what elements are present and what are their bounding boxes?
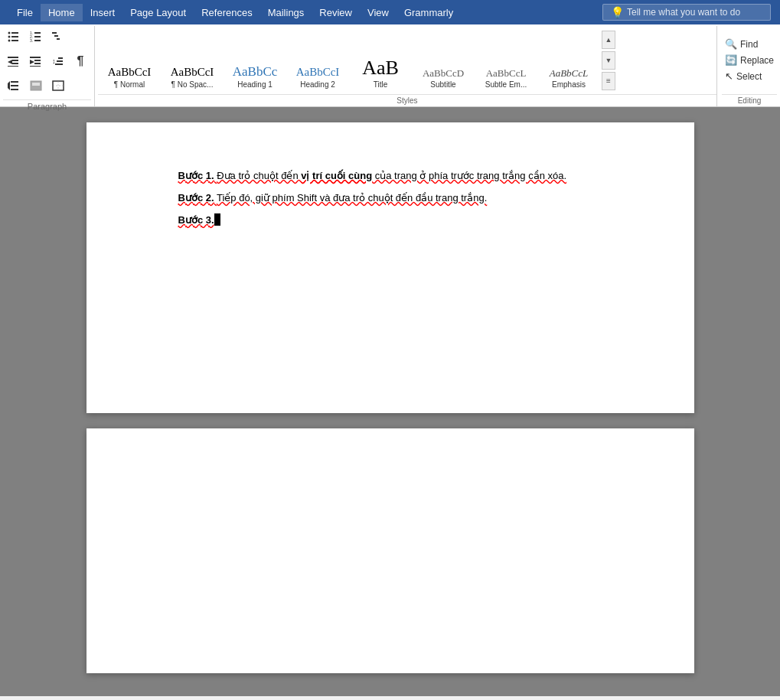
tab-mailings[interactable]: Mailings	[260, 4, 312, 21]
editing-buttons: 🔍 Find 🔄 Replace ↖ Select	[722, 26, 777, 94]
style-nospace-preview: AaBbCcI	[171, 67, 214, 78]
styles-section: AaBbCcI ¶ Normal AaBbCcI ¶ No Spac... Aa…	[98, 26, 716, 106]
sort-btn[interactable]: ↕	[47, 50, 69, 72]
tab-grammarly[interactable]: Grammarly	[397, 4, 461, 21]
svg-rect-30	[11, 85, 18, 86]
multilevel-btn[interactable]	[47, 26, 69, 47]
style-normal[interactable]: AaBbCcI ¶ Normal	[98, 31, 161, 90]
svg-rect-12	[52, 32, 57, 34]
text-cursor	[214, 213, 220, 226]
style-h1[interactable]: AaBbCc Heading 1	[224, 31, 286, 90]
buoc3-label: Bước 3.	[178, 214, 214, 226]
svg-point-0	[8, 32, 11, 34]
styles-expand[interactable]: ≡	[602, 72, 615, 90]
styles-label: Styles	[98, 94, 716, 106]
svg-rect-31	[11, 89, 18, 90]
para-row-2: ↕ ¶	[3, 50, 91, 72]
tab-page-layout[interactable]: Page Layout	[122, 4, 194, 21]
style-nospace-name: ¶ No Spac...	[171, 80, 214, 89]
page-1: Bước 1. Đưa trỏ chuột đến vị trí cuối cù…	[86, 122, 694, 413]
select-button[interactable]: ↖ Select	[722, 69, 765, 83]
style-title-preview: AaB	[362, 58, 399, 78]
bullets-btn[interactable]	[3, 26, 24, 47]
style-subtle-emphasis[interactable]: AaBbCcL Subtle Em...	[475, 31, 537, 90]
style-subtitle[interactable]: AaBbCcD Subtitle	[412, 31, 475, 90]
increase-indent-btn[interactable]	[25, 50, 47, 72]
help-tabs: File Home Insert Page Layout References …	[9, 4, 461, 21]
page-1-content: Bước 1. Đưa trỏ chuột đến vị trí cuối cù…	[178, 168, 633, 228]
styles-scrollbar: ▲ ▼ ≡	[602, 31, 615, 90]
tell-me-bar[interactable]: 💡 Tell me what you want to do	[602, 4, 771, 21]
svg-rect-1	[11, 32, 18, 34]
style-subtitle-preview: AaBbCcD	[423, 68, 464, 78]
title-bar: File Home Insert Page Layout References …	[0, 0, 780, 24]
find-icon: 🔍	[725, 38, 737, 50]
svg-point-2	[8, 36, 11, 38]
style-title[interactable]: AaB Title	[349, 31, 412, 90]
replace-icon: 🔄	[725, 54, 737, 66]
para-row-3	[3, 75, 91, 96]
tab-insert[interactable]: Insert	[83, 4, 123, 21]
find-button[interactable]: 🔍 Find	[722, 37, 761, 51]
styles-scroll-down[interactable]: ▼	[602, 51, 615, 70]
find-label: Find	[740, 39, 758, 50]
svg-rect-15	[8, 57, 18, 58]
tell-me-text: Tell me what you want to do	[627, 7, 740, 18]
line-spacing-btn[interactable]	[3, 75, 24, 96]
svg-rect-24	[30, 66, 41, 67]
editing-section: 🔍 Find 🔄 Replace ↖ Select Editing	[716, 26, 777, 106]
styles-row: AaBbCcI ¶ Normal AaBbCcI ¶ No Spac... Aa…	[98, 26, 716, 94]
svg-marker-32	[8, 81, 10, 90]
svg-text:↕: ↕	[52, 57, 56, 65]
numbering-btn[interactable]: 1.2.3.	[25, 26, 47, 47]
svg-rect-34	[32, 83, 40, 86]
svg-rect-29	[11, 81, 18, 83]
svg-rect-23	[34, 63, 41, 64]
svg-text:3.: 3.	[30, 38, 33, 42]
buoc1-highlight: vị trí cuối cùng	[301, 170, 372, 181]
select-label: Select	[736, 71, 762, 82]
svg-rect-13	[54, 35, 58, 37]
style-emphasis[interactable]: AaBbCcL Emphasis	[537, 31, 600, 90]
svg-rect-22	[34, 60, 41, 61]
tab-home[interactable]: Home	[41, 4, 83, 21]
line-1: Bước 1. Đưa trỏ chuột đến vị trí cuối cù…	[178, 168, 633, 184]
tab-review[interactable]: Review	[312, 4, 360, 21]
replace-button[interactable]: 🔄 Replace	[722, 53, 777, 67]
svg-rect-3	[11, 36, 18, 37]
buoc1-label: Bước 1.	[178, 170, 214, 181]
select-icon: ↖	[725, 70, 733, 82]
editing-label: Editing	[722, 94, 777, 106]
paragraph-buttons: 1.2.3. ↕ ¶	[3, 26, 91, 96]
svg-rect-27	[57, 60, 63, 62]
svg-point-4	[8, 40, 11, 42]
svg-rect-20	[30, 57, 41, 58]
svg-rect-5	[11, 40, 18, 41]
svg-marker-16	[8, 60, 12, 64]
styles-scroll-up[interactable]: ▲	[602, 31, 615, 49]
style-h2[interactable]: AaBbCcI Heading 2	[286, 31, 349, 90]
tab-file[interactable]: File	[9, 4, 41, 21]
svg-rect-26	[58, 57, 63, 59]
ribbon: 1.2.3. ↕ ¶	[0, 24, 780, 107]
style-subem-preview: AaBbCcL	[486, 68, 527, 78]
pilcrow-btn[interactable]: ¶	[70, 50, 91, 72]
style-nospace[interactable]: AaBbCcI ¶ No Spac...	[161, 31, 224, 90]
style-emphasis-preview: AaBbCcL	[550, 68, 589, 78]
buoc2-label: Bước 2.	[178, 192, 214, 203]
shading-btn[interactable]	[25, 75, 47, 96]
svg-rect-19	[8, 66, 18, 67]
tab-view[interactable]: View	[360, 4, 397, 21]
svg-marker-21	[30, 60, 34, 64]
style-h1-preview: AaBbCc	[233, 65, 278, 78]
borders-btn[interactable]	[47, 75, 69, 96]
tab-references[interactable]: References	[194, 4, 259, 21]
svg-rect-7	[34, 32, 41, 34]
ribbon-main: 1.2.3. ↕ ¶	[0, 24, 780, 107]
svg-rect-17	[12, 60, 18, 61]
decrease-indent-btn[interactable]	[3, 50, 24, 72]
svg-rect-9	[34, 36, 41, 37]
svg-rect-11	[34, 40, 41, 41]
style-title-name: Title	[374, 80, 388, 89]
svg-rect-28	[55, 63, 63, 65]
